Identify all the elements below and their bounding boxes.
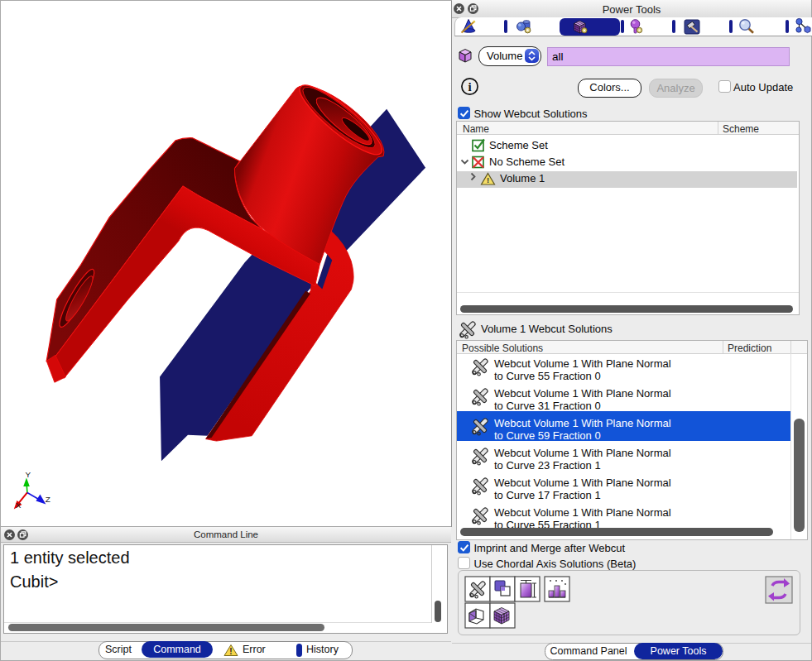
svg-text:No Scheme Set: No Scheme Set [489,156,565,168]
svg-text:Webcut Volume 1 With Plane Nor: Webcut Volume 1 With Plane Normal [494,417,671,429]
svg-text:Volume 1: Volume 1 [500,172,545,184]
svg-text:to Curve 55 Fraction 0: to Curve 55 Fraction 0 [494,370,601,382]
svg-text:i: i [468,80,471,93]
svg-text:!: ! [229,647,232,656]
svg-text:to Curve 23 Fraction 1: to Curve 23 Fraction 1 [494,459,601,472]
svg-text:Webcut Volume 1 With Plane Nor: Webcut Volume 1 With Plane Normal [494,387,671,400]
svg-text:Webcut Volume 1 With Plane Nor: Webcut Volume 1 With Plane Normal [494,357,671,370]
svg-text:Webcut Volume 1 With Plane Nor: Webcut Volume 1 With Plane Normal [494,447,671,459]
svg-text:Webcut Volume 1 With Plane Nor: Webcut Volume 1 With Plane Normal [494,506,671,519]
svg-text:to Curve 17 Fraction 1: to Curve 17 Fraction 1 [494,489,601,501]
svg-text:Z: Z [46,495,50,504]
svg-text:Webcut Volume 1 With Plane Nor: Webcut Volume 1 With Plane Normal [494,477,671,489]
svg-text:Scheme Set: Scheme Set [489,139,548,151]
svg-text:to Curve 31 Fraction 0: to Curve 31 Fraction 0 [494,400,601,412]
svg-text:Y: Y [26,470,31,479]
svg-text:to Curve 59 Fraction 0: to Curve 59 Fraction 0 [494,429,601,442]
svg-text:!: ! [487,175,489,184]
svg-text:X: X [16,501,22,510]
